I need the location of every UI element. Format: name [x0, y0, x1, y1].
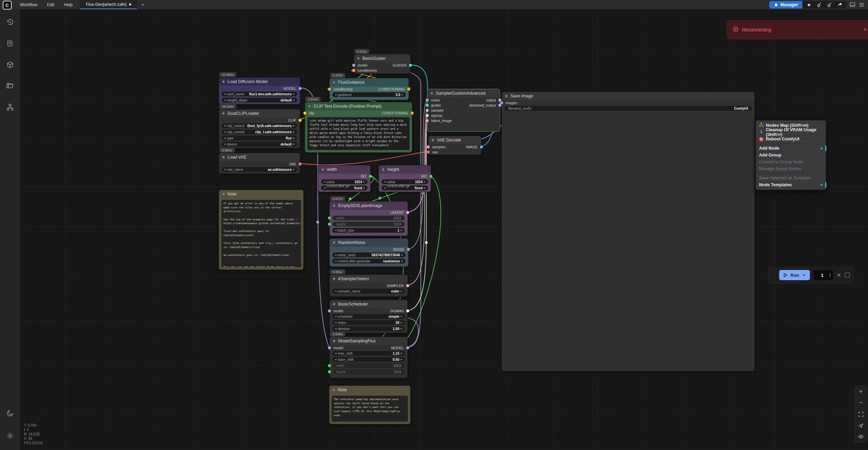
- node-titlebar[interactable]: CLIP Text Encode (Positive Prompt): [305, 102, 412, 110]
- models-icon[interactable]: [0, 56, 20, 73]
- widget-decrement-icon[interactable]: ◀: [323, 180, 325, 183]
- collapse-dot-icon[interactable]: [321, 168, 324, 171]
- output-slot-SAMPLER-icon[interactable]: [406, 284, 409, 287]
- widget-control-after-generate[interactable]: ◀control after generaterandomize▶: [332, 259, 405, 263]
- input-slot-images-icon[interactable]: [500, 101, 503, 104]
- hamburger-menu-icon[interactable]: [859, 2, 865, 7]
- ctx-add-node[interactable]: Add Node >: [756, 145, 826, 152]
- vacuum-alt-icon[interactable]: [824, 2, 835, 7]
- fit-view-icon[interactable]: [858, 411, 864, 417]
- output-slot-CONDITIONING-icon[interactable]: [411, 111, 414, 114]
- widget-control-after-ge-[interactable]: ◀control after ge ...fixed▶: [382, 186, 428, 190]
- widget-increment-icon[interactable]: ▶: [424, 187, 426, 189]
- widget-increment-icon[interactable]: ▶: [293, 124, 295, 127]
- menu-workflow[interactable]: Workflow: [15, 0, 42, 9]
- zoom-out-icon[interactable]: −: [859, 400, 863, 406]
- node-titlebar[interactable]: KSamplerSelect: [330, 275, 408, 283]
- widget-clip-name2[interactable]: ◀clip_name2clip_l.safe.safetensors▶: [222, 129, 297, 134]
- node-samplerCustom[interactable]: SamplerCustomAdvancednoiseoutputguiderde…: [427, 89, 500, 132]
- widget-control-after-ge-[interactable]: ◀control after ge ...fixed▶: [321, 186, 368, 190]
- input-slot-guider-icon[interactable]: [426, 104, 429, 107]
- widget-increment-icon[interactable]: ▶: [363, 180, 365, 183]
- widget-increment-icon[interactable]: ▶: [401, 229, 402, 232]
- widget-increment-icon[interactable]: ▶: [401, 358, 402, 361]
- share-icon[interactable]: [835, 2, 845, 7]
- input-slot-height-icon[interactable]: [328, 370, 331, 373]
- widget-scheduler[interactable]: ◀schedulersimple▶: [332, 314, 405, 319]
- node-titlebar[interactable]: Note: [219, 190, 303, 198]
- input-slot-clip-icon[interactable]: [303, 111, 306, 114]
- widget-height[interactable]: height1024: [332, 222, 405, 227]
- pointer-icon[interactable]: [858, 422, 864, 428]
- widget-value[interactable]: ◀value1024▶: [382, 179, 428, 184]
- widget-decrement-icon[interactable]: ◀: [224, 93, 226, 95]
- node-loadVAE[interactable]: 0.980sLoad VAEVAE◀vae_nameae.safetensors…: [219, 153, 300, 174]
- input-slot-noise-icon[interactable]: [426, 98, 429, 101]
- collapse-dot-icon[interactable]: [333, 340, 335, 342]
- widget-decrement-icon[interactable]: ◀: [335, 260, 336, 262]
- widget-decrement-icon[interactable]: ◀: [335, 254, 336, 256]
- widget-steps[interactable]: ◀steps20▶: [332, 320, 405, 325]
- toggle-links-eye-icon[interactable]: [858, 434, 864, 440]
- widget-decrement-icon[interactable]: ◀: [224, 124, 226, 127]
- widget-width[interactable]: width1024: [332, 363, 405, 368]
- output-slot-INT-icon[interactable]: [369, 175, 372, 178]
- widget-increment-icon[interactable]: ▶: [293, 168, 295, 171]
- node-titlebar[interactable]: BasicGuider: [354, 54, 410, 63]
- output-slot-MODEL-icon[interactable]: [299, 87, 302, 90]
- output-slot-GUIDER-icon[interactable]: [409, 64, 412, 67]
- node-titlebar[interactable]: Save Image: [502, 92, 755, 100]
- output-slot-CONDITIONING-icon[interactable]: [407, 87, 410, 91]
- output-slot-CLIP-icon[interactable]: [299, 119, 302, 122]
- widget-increment-icon[interactable]: ▶: [401, 352, 402, 355]
- note-text[interactable]: If you get an error in any of the nodes …: [221, 200, 301, 267]
- menu-edit[interactable]: Edit: [42, 0, 59, 9]
- node-clipText[interactable]: 2.542sCLIP Text Encode (Positive Prompt)…: [305, 102, 412, 153]
- prompt-text[interactable]: cute anime girl with massive fluffy fenn…: [307, 117, 410, 150]
- input-slot-vae-icon[interactable]: [427, 150, 430, 153]
- node-titlebar[interactable]: RandomNoise: [330, 238, 408, 247]
- run-button[interactable]: Run: [779, 270, 810, 280]
- widget-increment-icon[interactable]: ▶: [401, 260, 403, 262]
- input-slot-sigmas-icon[interactable]: [426, 114, 429, 117]
- collapse-dot-icon[interactable]: [222, 193, 225, 195]
- output-slot-MODEL-icon[interactable]: [406, 346, 409, 349]
- widget-increment-icon[interactable]: ▶: [401, 315, 402, 318]
- widget-increment-icon[interactable]: ▶: [293, 137, 295, 139]
- node-heightNode[interactable]: heightINT◀value1024▶◀control after ge ..…: [378, 165, 431, 192]
- node-titlebar[interactable]: Load VAE: [219, 153, 300, 161]
- collapse-dot-icon[interactable]: [333, 277, 335, 280]
- menu-help[interactable]: Help: [59, 0, 78, 9]
- ctx-reboot[interactable]: C Reboot ComfyUI: [756, 136, 826, 142]
- node-titlebar[interactable]: DualCLIPLoader: [219, 109, 300, 118]
- input-slot-sampler-icon[interactable]: [426, 109, 429, 112]
- node-basicScheduler[interactable]: BasicSchedulermodelSIGMAS◀schedulersimpl…: [329, 300, 408, 333]
- node-titlebar[interactable]: ModelSamplingFlux: [330, 337, 408, 345]
- widget-noise-seed[interactable]: ◀noise_seed583742780073046▶: [332, 253, 405, 257]
- node-kSamplerSelect[interactable]: 0.001sKSamplerSelectSAMPLER◀sampler_name…: [329, 274, 408, 297]
- stepper-icons[interactable]: ▲▼: [829, 273, 831, 277]
- bottom-panel-icon[interactable]: [850, 2, 855, 7]
- widget-vae-name[interactable]: ◀vae_nameae.safetensors▶: [222, 167, 297, 172]
- output-slot-VAE-icon[interactable]: [299, 162, 302, 165]
- widget-filename-prefix[interactable]: filename_prefixComfyUI: [505, 106, 752, 111]
- widget-increment-icon[interactable]: ▶: [401, 290, 402, 292]
- ctx-cleanup-vram[interactable]: Cleanup Of VRAM Usage (Shift+r): [756, 129, 826, 136]
- node-note2[interactable]: NoteThe reference sampling implementatio…: [329, 385, 411, 424]
- workflows-folder-icon[interactable]: [0, 78, 20, 94]
- widget-increment-icon[interactable]: ▶: [293, 131, 295, 133]
- widget-denoise[interactable]: ◀denoise1.00▶: [332, 326, 405, 331]
- output-slot-INT-icon[interactable]: [429, 175, 432, 178]
- collapse-dot-icon[interactable]: [382, 168, 385, 171]
- collapse-dot-icon[interactable]: [222, 156, 225, 159]
- node-library-icon[interactable]: [0, 99, 20, 115]
- node-vaeDecode[interactable]: VAE DecodesamplesIMAGEvae: [428, 136, 482, 155]
- batch-count-input[interactable]: 1 ▲▼: [813, 270, 833, 280]
- widget-decrement-icon[interactable]: ◀: [323, 187, 325, 189]
- widget-max-shift[interactable]: ◀max_shift1.15▶: [332, 351, 405, 356]
- collapse-dot-icon[interactable]: [333, 204, 335, 207]
- node-titlebar[interactable]: BasicScheduler: [330, 300, 408, 308]
- note-text[interactable]: The reference sampling implementation au…: [332, 396, 408, 422]
- clear-queue-icon[interactable]: ✕: [837, 272, 841, 278]
- widget-decrement-icon[interactable]: ◀: [224, 168, 226, 171]
